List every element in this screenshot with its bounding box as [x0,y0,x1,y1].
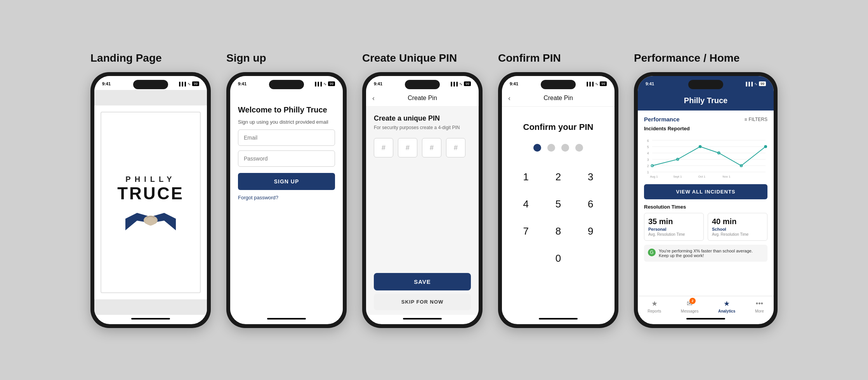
landing-top-bar [94,90,207,105]
landing-home-bar [131,318,170,320]
create-pin-body: Create a unique PIN For security purpose… [366,107,479,195]
landing-status-icons: ▐▐▐ ∿ 99 [178,81,199,86]
signal-icon-cp: ▐▐▐ [450,82,458,86]
create-pin-subtitle: For security purposes create a 4-digit P… [374,125,471,130]
signal-icon-cfp: ▐▐▐ [585,82,594,86]
num-key-7[interactable]: 7 [510,218,542,245]
logo-truce: TRUCE [117,184,184,203]
create-pin-home-indicator [366,315,479,324]
personal-min: 35 min [648,217,700,226]
confirm-pin-header-title: Create Pin [543,95,573,102]
performance-note: G You're performing X% faster than schoo… [644,245,767,262]
dynamic-island-signup [269,80,304,89]
signup-content: Welcome to Philly Truce Sign up using yo… [230,90,343,315]
resolution-times-row: 35 min Personal Avg. Resolution Time 40 … [644,213,767,241]
back-button-create-pin[interactable]: ‹ [372,94,375,102]
nav-analytics[interactable]: ★ Analytics [718,299,735,313]
performance-phone: 9:41 ▐▐▐ ∿ 99 Philly Truce Performance [634,72,778,328]
signup-section: Sign up 9:41 ▐▐▐ ∿ 99 Welcome to Philly … [226,52,347,328]
skip-pin-button[interactable]: SKIP FOR NOW [374,294,471,310]
num-key-6[interactable]: 6 [575,190,607,218]
landing-label: Landing Page [90,52,162,64]
performance-home-indicator [638,315,774,324]
svg-point-17 [699,145,702,148]
resolution-times-title: Resolution Times [644,204,767,210]
num-key-3[interactable]: 3 [575,163,607,190]
create-pin-phone-inner: 9:41 ▐▐▐ ∿ 99 ‹ Create Pin [366,76,479,324]
password-input[interactable] [238,150,335,167]
signup-button[interactable]: SIGN UP [238,173,335,190]
pin-box-1[interactable]: # [374,138,393,157]
dot-2 [547,144,555,152]
create-pin-home-bar [403,318,442,320]
num-key-1[interactable]: 1 [510,163,542,190]
num-key-5[interactable]: 5 [542,190,574,218]
back-button-confirm-pin[interactable]: ‹ [508,94,510,102]
filters-button[interactable]: ≡ FILTERS [745,117,767,122]
confirm-pin-home-bar [539,318,578,320]
performance-label: Performance / Home [634,52,740,64]
performance-home-bar [686,318,725,320]
save-pin-button[interactable]: SAVE [374,273,471,290]
battery-icon-signup: 99 [328,81,335,86]
logo-philly: PHILLY [125,175,175,184]
dynamic-island-perf [688,80,723,89]
confirm-dots [533,144,583,152]
wifi-icon-cfp: ∿ [595,82,598,86]
svg-text:Oct 1: Oct 1 [698,175,705,178]
create-pin-phone-content: ‹ Create Pin Create a unique PIN For sec… [366,90,479,315]
forgot-password-link[interactable]: Forgot password? [238,195,335,200]
pin-box-3[interactable]: # [422,138,441,157]
dynamic-island-create-pin [405,80,440,89]
num-key-9[interactable]: 9 [575,218,607,245]
battery-icon-perf: 99 [759,81,766,86]
performance-status-icons: ▐▐▐ ∿ 99 [745,81,766,86]
dynamic-island-landing [133,80,168,89]
signup-phone-inner: 9:41 ▐▐▐ ∿ 99 Welcome to Philly Truce Si… [230,76,343,324]
nav-more[interactable]: ••• More [755,300,764,313]
email-input[interactable] [238,130,335,146]
signup-home-indicator [230,315,343,324]
signup-time: 9:41 [238,81,247,86]
personal-label: Personal [648,227,700,231]
nav-reports[interactable]: ★ Reports [648,299,661,313]
nav-messages[interactable]: ✉ 2 Messages [681,299,699,313]
signal-icon: ▐▐▐ [178,82,186,86]
more-icon: ••• [756,300,763,308]
performance-title-row: Performance ≡ FILTERS [644,116,767,123]
pin-box-4[interactable]: # [446,138,465,157]
pin-box-2[interactable]: # [398,138,417,157]
performance-time: 9:41 [646,81,654,86]
svg-text:4: 4 [647,151,649,155]
confirm-pin-phone-content: ‹ Create Pin Confirm your PIN [502,90,615,315]
landing-phone-content: PHILLY TRUCE [94,90,207,315]
wifi-icon: ∿ [187,82,191,86]
create-pin-status-icons: ▐▐▐ ∿ 99 [450,81,471,86]
landing-content: PHILLY TRUCE [94,90,207,315]
signup-subtitle: Sign up using you district provided emai… [238,119,335,125]
nav-messages-label: Messages [681,309,699,313]
nav-more-label: More [755,309,764,313]
svg-text:3: 3 [647,158,649,162]
performance-note-text: You're performing X% faster than school … [659,249,764,258]
svg-text:5: 5 [647,145,649,149]
create-pin-phone: 9:41 ▐▐▐ ∿ 99 ‹ Create Pin [362,72,483,328]
create-pin-label: Create Unique PIN [362,52,457,64]
num-key-4[interactable]: 4 [510,190,542,218]
num-key-8[interactable]: 8 [542,218,574,245]
num-key-0[interactable]: 0 [542,245,574,272]
reports-icon: ★ [651,299,658,308]
battery-icon-cfp: 99 [600,81,607,86]
messages-badge: 2 [689,298,696,304]
chart-svg: 6 5 4 3 2 1 [644,135,767,181]
landing-phone-inner: 9:41 ▐▐▐ ∿ 99 PHILLY TRUCE [94,76,207,324]
view-all-incidents-button[interactable]: VIEW ALL INCIDENTS [644,184,767,199]
num-key-2[interactable]: 2 [542,163,574,190]
nav-analytics-label: Analytics [718,309,735,313]
create-pin-full: ‹ Create Pin Create a unique PIN For sec… [366,90,479,315]
school-min: 40 min [712,217,763,226]
signal-icon-signup: ▐▐▐ [314,82,322,86]
performance-section-title: Performance [644,116,680,123]
svg-point-15 [651,164,653,167]
messages-icon: ✉ 2 [687,299,693,308]
